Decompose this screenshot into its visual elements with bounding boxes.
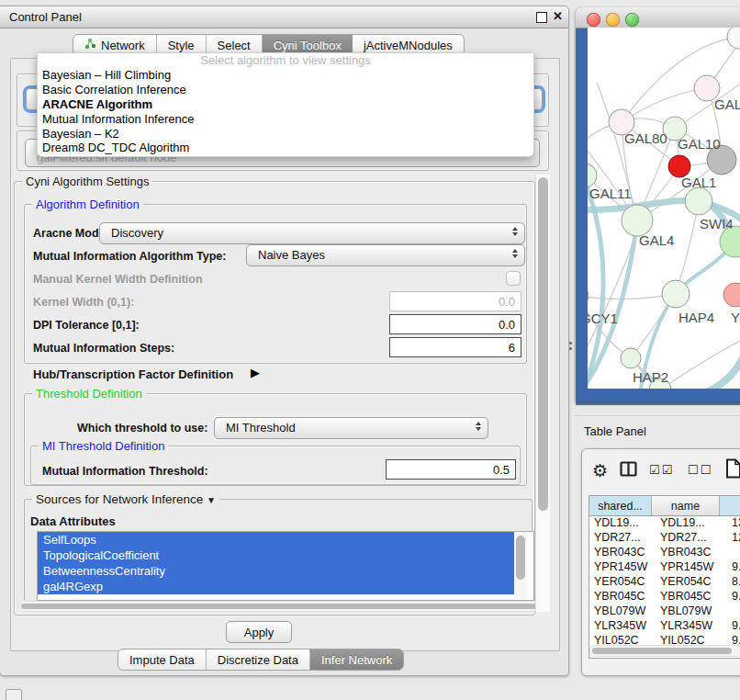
- table-row[interactable]: YDR27...YDR27...12: [589, 531, 740, 546]
- column-header-partial[interactable]: A: [720, 496, 740, 515]
- tab-infer-network[interactable]: Infer Network: [310, 649, 403, 670]
- table-cell: YBR045C: [656, 590, 727, 604]
- control-panel-titlebar[interactable]: Control Panel ✕: [0, 6, 568, 28]
- mi-algorithm-type-combobox[interactable]: Naive Bayes: [246, 244, 525, 266]
- function-builder-icon[interactable]: [725, 458, 740, 482]
- aracne-mode-combobox[interactable]: Discovery: [99, 222, 525, 244]
- tab-discretize-data[interactable]: Discretize Data: [207, 649, 310, 670]
- table-cell: YBR045C: [589, 590, 656, 604]
- bottom-tabstrip: Impute Data Discretize Data Infer Networ…: [118, 649, 404, 671]
- deselect-all-checkboxes-icon[interactable]: ☐☐: [688, 463, 712, 477]
- kernel-width-label: Kernel Width (0,1):: [33, 296, 134, 309]
- network-node[interactable]: [685, 187, 712, 215]
- table-row[interactable]: YDL19...YDL19...13: [589, 516, 740, 531]
- table-cell: YBL079W: [589, 604, 656, 619]
- tab-network-label: Network: [101, 39, 145, 52]
- attributes-scrollbar[interactable]: [514, 532, 527, 598]
- mi-threshold-definition-title: MI Threshold Definition: [39, 439, 168, 453]
- data-attributes-list[interactable]: SelfLoopsTopologicalCoefficientBetweenne…: [37, 531, 534, 601]
- dropdown-item[interactable]: Bayesian – K2: [38, 127, 533, 141]
- settings-horizontal-scrollbar[interactable]: [18, 601, 549, 612]
- dropdown-item[interactable]: Bayesian – Hill Climbing: [38, 68, 533, 83]
- dropdown-item[interactable]: ARACNE Algorithm: [38, 97, 533, 112]
- mi-threshold-field[interactable]: 0.5: [386, 459, 516, 480]
- attribute-list-item[interactable]: TopologicalCoefficient: [38, 548, 517, 563]
- table-cell: [727, 604, 740, 619]
- table-horizontal-scrollbar[interactable]: [589, 645, 740, 657]
- dropdown-item[interactable]: Basic Correlation Inference: [38, 83, 533, 97]
- kernel-width-field[interactable]: 0.0: [389, 291, 521, 311]
- network-node[interactable]: [723, 283, 740, 307]
- which-threshold-label: Which threshold to use:: [77, 422, 207, 435]
- splitpane-handle[interactable]: [569, 342, 572, 344]
- table-cell: 12: [727, 531, 740, 546]
- table-row[interactable]: YLR345WYLR345W9.: [589, 619, 740, 634]
- table-row[interactable]: YPR145WYPR145W9.: [589, 560, 740, 575]
- table-cell: YER054C: [589, 575, 656, 590]
- expander-right-icon[interactable]: ▶: [251, 366, 260, 379]
- cyni-algorithm-settings-title: Cyni Algorithm Settings: [22, 175, 152, 188]
- table-cell: YER054C: [656, 575, 727, 590]
- select-all-checkboxes-icon[interactable]: ☑☑: [649, 463, 674, 477]
- table-cell: 9.: [727, 590, 740, 604]
- collapsed-panel-icon[interactable]: [6, 689, 22, 700]
- dropdown-item[interactable]: Dream8 DC_TDC Algorithm: [38, 141, 533, 155]
- table-row[interactable]: YBR043CYBR043C: [589, 546, 740, 560]
- float-window-icon[interactable]: [536, 12, 547, 23]
- columns-icon[interactable]: [620, 461, 637, 480]
- network-canvas[interactable]: GALGAL80GAL10GAL1GAL11SWI4GAL4GCY1HAP4YH…: [588, 28, 740, 389]
- tab-impute-data[interactable]: Impute Data: [118, 649, 207, 670]
- expander-down-icon[interactable]: ▼: [207, 495, 216, 505]
- table-cell: YDR27...: [656, 531, 727, 546]
- mi-steps-field[interactable]: 6: [389, 337, 521, 357]
- network-node-label: GAL1: [681, 175, 716, 190]
- table-cell: YLR345W: [656, 619, 727, 634]
- data-attributes-label: Data Attributes: [30, 514, 116, 528]
- network-node[interactable]: [621, 348, 641, 368]
- table-cell: 13: [727, 516, 740, 531]
- settings-vertical-scrollbar[interactable]: [535, 175, 550, 612]
- table-cell: YLR345W: [589, 619, 656, 634]
- close-icon[interactable]: ✕: [553, 9, 563, 23]
- table-header-row: shared... name A: [589, 496, 740, 516]
- table-panel-separator: [574, 415, 740, 416]
- table-cell: YBR043C: [656, 546, 727, 560]
- network-view-window: GALGAL80GAL10GAL1GAL11SWI4GAL4GCY1HAP4YH…: [576, 7, 740, 401]
- table-row[interactable]: YER054CYER054C8.: [589, 575, 740, 590]
- minimize-traffic-light[interactable]: [606, 13, 620, 27]
- dropdown-item[interactable]: Mutual Information Inference: [38, 112, 533, 127]
- table-row[interactable]: YBR045CYBR045C9.: [589, 590, 740, 604]
- splitpane-handle[interactable]: [569, 347, 572, 350]
- dpi-tolerance-field[interactable]: 0.0: [389, 314, 521, 334]
- network-node[interactable]: [588, 285, 589, 307]
- table-cell: YPR145W: [656, 560, 727, 575]
- network-node[interactable]: [622, 205, 653, 236]
- apply-button[interactable]: Apply: [226, 621, 292, 643]
- attribute-list-item[interactable]: SelfLoops: [38, 532, 517, 548]
- column-header-shared-name[interactable]: shared...: [589, 496, 652, 515]
- network-node[interactable]: [662, 280, 690, 308]
- manual-kernel-width-checkbox[interactable]: [506, 271, 521, 286]
- table-panel-title: Table Panel: [584, 424, 646, 438]
- table-cell: 9.: [727, 619, 740, 634]
- hub-definition-label[interactable]: Hub/Transcription Factor Definition: [33, 367, 233, 381]
- gear-icon[interactable]: ⚙: [592, 460, 608, 481]
- network-node[interactable]: [727, 28, 740, 49]
- network-view-titlebar[interactable]: [576, 7, 740, 28]
- table-cell: YPR145W: [589, 560, 656, 575]
- which-threshold-combobox[interactable]: MI Threshold: [214, 417, 488, 439]
- sources-title[interactable]: Sources for Network Inference ▼: [32, 492, 219, 506]
- table-cell: [727, 546, 740, 560]
- network-node-label: GAL4: [639, 232, 674, 248]
- network-icon: [84, 38, 96, 52]
- dpi-tolerance-label: DPI Tolerance [0,1]:: [33, 319, 140, 332]
- column-header-name[interactable]: name: [652, 496, 720, 515]
- table-cell: YDR27...: [589, 531, 656, 546]
- zoom-traffic-light[interactable]: [625, 13, 639, 27]
- network-node-label: GAL80: [624, 130, 667, 146]
- attribute-list-item[interactable]: BetweennessCentrality: [38, 563, 517, 579]
- network-edge: [675, 351, 740, 389]
- attribute-list-item[interactable]: gal4RGexp: [38, 579, 517, 594]
- table-row[interactable]: YBL079WYBL079W: [589, 604, 740, 619]
- close-traffic-light[interactable]: [587, 13, 600, 27]
